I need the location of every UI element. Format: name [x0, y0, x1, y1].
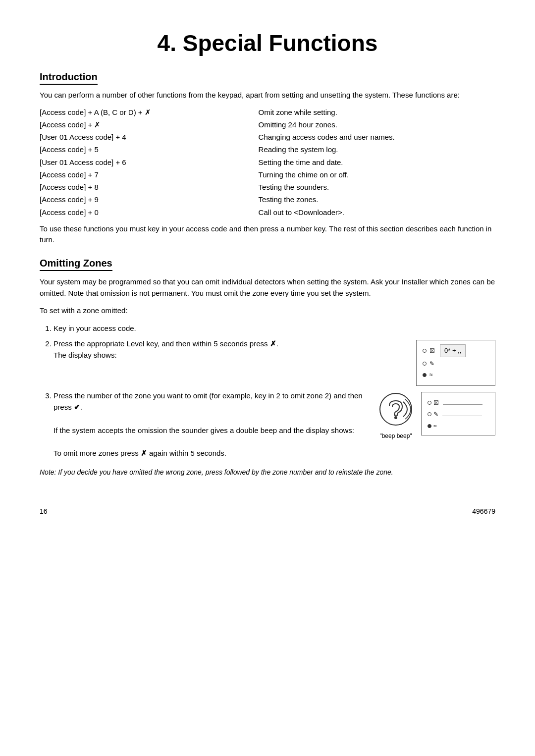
indicator-icon-2: ✎ — [429, 359, 434, 369]
step2-display: ☒ 0* + ,, ✎ ≈ — [416, 338, 495, 386]
indicator-2 — [423, 362, 427, 366]
sounder-icon-container: "beep beep" — [378, 390, 413, 441]
function-row-7: [Access code] + 9Testing the zones. — [40, 193, 495, 206]
steps-list: Key in your access code. Press the appro… — [54, 323, 495, 459]
omitting-zones-section: Omitting Zones Your system may be progra… — [40, 258, 495, 478]
step3-indicator-1 — [428, 401, 431, 405]
function-row-3: [Access code] + 5Reading the system log. — [40, 143, 495, 156]
step3-icon-3: ≈ — [433, 423, 437, 430]
function-desc-2: Changing access codes and user names. — [259, 131, 495, 143]
checkmark-step3: ✔ — [74, 403, 80, 411]
function-desc-8: Call out to <Downloader>. — [259, 206, 495, 218]
indicator-icon-1: ☒ — [429, 346, 435, 356]
function-row-4: [User 01 Access code] + 6Setting the tim… — [40, 156, 495, 168]
indicator-3 — [423, 373, 427, 377]
step3-sub2: To omit more zones press ✗ again within … — [54, 449, 226, 457]
function-table: [Access code] + A (B, C or D) + ✗Omit zo… — [40, 106, 495, 218]
function-code-7: [Access code] + 9 — [40, 193, 259, 206]
function-row-5: [Access code] + 7Turning the chime on or… — [40, 168, 495, 181]
indicator-icon-3: ≈ — [429, 370, 433, 379]
step3-indicator-3 — [428, 424, 431, 428]
sounder-icon — [378, 392, 413, 427]
step3-sub1: If the system accepts the omission the s… — [54, 426, 354, 434]
set-with-zone-label: To set with a zone omitted: — [40, 305, 495, 316]
step3-icon-2: ✎ — [433, 411, 438, 418]
function-row-8: [Access code] + 0Call out to <Downloader… — [40, 206, 495, 218]
function-code-0: [Access code] + A (B, C or D) + ✗ — [40, 106, 259, 118]
function-row-2: [User 01 Access code] + 4Changing access… — [40, 131, 495, 143]
function-desc-6: Testing the sounders. — [259, 181, 495, 193]
footer: 16 496679 — [40, 507, 495, 515]
x-mark-step3: ✗ — [141, 449, 147, 457]
function-code-2: [User 01 Access code] + 4 — [40, 131, 259, 143]
step3-images: "beep beep" ☒ ✎ — [378, 390, 495, 441]
function-desc-3: Reading the system log. — [259, 143, 495, 156]
svg-point-1 — [394, 416, 397, 419]
indicator-1 — [423, 349, 427, 353]
function-desc-7: Testing the zones. — [259, 193, 495, 206]
beep-label: "beep beep" — [378, 432, 413, 441]
function-desc-1: Omitting 24 hour zones. — [259, 118, 495, 131]
function-code-6: [Access code] + 8 — [40, 181, 259, 193]
intro-para1: You can perform a number of other functi… — [40, 90, 495, 101]
document-number: 496679 — [472, 507, 495, 515]
step-1: Key in your access code. — [54, 323, 495, 334]
function-code-5: [Access code] + 7 — [40, 168, 259, 181]
function-row-6: [Access code] + 8Testing the sounders. — [40, 181, 495, 193]
function-code-3: [Access code] + 5 — [40, 143, 259, 156]
function-desc-4: Setting the time and date. — [259, 156, 495, 168]
display-screen: 0* + ,, — [440, 344, 466, 357]
omitting-zones-heading: Omitting Zones — [40, 258, 112, 271]
function-code-1: [Access code] + ✗ — [40, 118, 259, 131]
x-mark-step2: ✗ — [270, 339, 276, 348]
function-row-0: [Access code] + A (B, C or D) + ✗Omit zo… — [40, 106, 495, 118]
step3-text: Press the number of the zone you want to… — [54, 391, 363, 411]
step3-display: ☒ ✎ ≈ — [421, 392, 495, 435]
page-number: 16 — [40, 507, 48, 515]
step3-icon-1: ☒ — [433, 399, 439, 406]
function-desc-0: Omit zone while setting. — [259, 106, 495, 118]
step2-text: Press the appropriate Level key, and the… — [54, 339, 278, 348]
function-row-1: [Access code] + ✗Omitting 24 hour zones. — [40, 118, 495, 131]
omitting-para1: Your system may be programmed so that yo… — [40, 276, 495, 299]
function-desc-5: Turning the chime on or off. — [259, 168, 495, 181]
function-code-4: [User 01 Access code] + 6 — [40, 156, 259, 168]
step-3: Press the number of the zone you want to… — [54, 390, 495, 459]
function-code-8: [Access code] + 0 — [40, 206, 259, 218]
page-title: 4. Special Functions — [40, 30, 495, 56]
introduction-heading: Introduction — [40, 71, 98, 85]
step-2: Press the appropriate Level key, and the… — [54, 338, 495, 386]
intro-para2: To use these functions you must key in y… — [40, 223, 495, 246]
step3-indicator-2 — [428, 412, 431, 416]
step2-sub: The display shows: — [54, 351, 117, 359]
introduction-section: Introduction You can perform a number of… — [40, 71, 495, 246]
note-text: Note: If you decide you have omitted the… — [40, 467, 495, 478]
